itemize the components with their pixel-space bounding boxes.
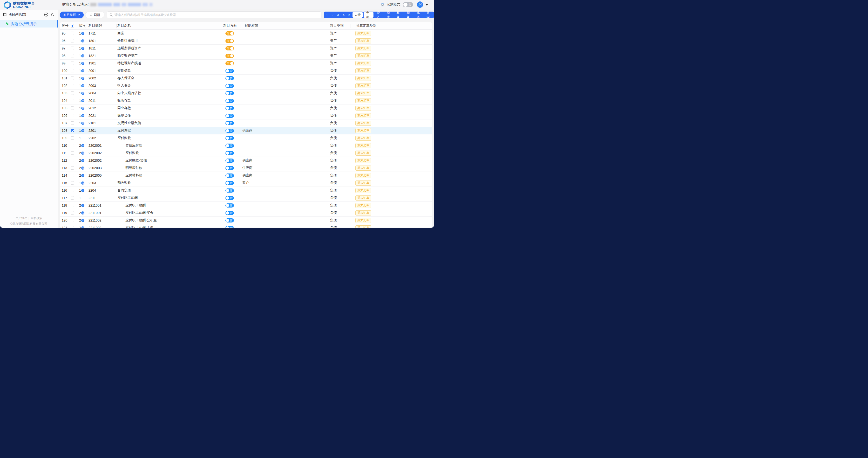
row-checkbox[interactable] [71,211,74,214]
table-row[interactable]: 1102末2202001暂估应付款贷负债期末汇率 [60,142,432,149]
rate-chip[interactable]: 期末汇率 [355,173,371,178]
rate-chip[interactable]: 期末汇率 [355,196,371,201]
table-row[interactable]: 1212末2211003应付职工薪酬-工资贷负债期末汇率 [60,224,432,228]
direction-toggle[interactable]: 借 [225,39,234,43]
rate-chip[interactable]: 期末汇率 [355,61,371,66]
row-checkbox[interactable] [71,77,74,80]
table-row[interactable]: 1021末2003拆入资金贷负债期末汇率 [60,82,432,89]
row-checkbox[interactable] [71,189,74,192]
direction-toggle[interactable]: 贷 [225,76,234,80]
sidebar-item-project[interactable]: 财咖分析云演示 [0,20,58,28]
rate-chip[interactable]: 期末汇率 [355,68,371,74]
row-checkbox[interactable] [71,114,74,117]
direction-toggle[interactable]: 贷 [225,99,234,103]
table-row[interactable]: 1182末2211001应付职工薪酬贷负债期末汇率 [60,202,432,209]
row-checkbox[interactable] [71,61,74,65]
row-checkbox[interactable] [71,159,74,162]
category-filter-option-权益[interactable]: 权益 [394,11,404,18]
organize-subjects-button[interactable]: 科目整理 [60,11,84,18]
row-checkbox[interactable] [71,181,74,184]
terms-link[interactable]: 用户协议 [16,217,27,220]
direction-toggle[interactable]: 贷 [225,211,234,215]
direction-toggle[interactable]: 贷 [225,136,234,140]
row-checkbox[interactable] [71,226,74,228]
direction-toggle[interactable]: 贷 [225,173,234,178]
direction-toggle[interactable]: 贷 [225,69,234,73]
search-input[interactable] [115,13,319,17]
table-row[interactable]: 1151末2203预收账款贷客户负债期末汇率 [60,179,432,187]
rate-chip[interactable]: 期末汇率 [355,98,371,103]
direction-toggle[interactable]: 贷 [225,181,234,185]
rate-chip[interactable]: 期末汇率 [355,128,371,133]
row-checkbox[interactable] [71,196,74,200]
row-checkbox[interactable] [71,99,74,102]
table-row[interactable]: 991末1901待处理财产损溢借资产期末汇率 [60,60,432,67]
rate-chip[interactable]: 期末汇率 [355,225,371,228]
table-row[interactable]: 1031末2004向中央银行借款贷负债期末汇率 [60,89,432,97]
row-checkbox[interactable] [71,54,74,57]
rate-chip[interactable]: 期末汇率 [355,53,371,58]
rate-chip[interactable]: 期末汇率 [355,158,371,163]
table-row[interactable]: 1132末2202003明细应付款贷供应商负债期末汇率 [60,164,432,172]
table-row[interactable]: 1051末2012同业存放贷负债期末汇率 [60,105,432,112]
direction-toggle[interactable]: 贷 [225,106,234,110]
category-filter-option-资产[interactable]: 资产 [374,11,384,18]
direction-toggle[interactable]: 贷 [225,203,234,207]
table-row[interactable]: 1161末2204合同负债贷负债期末汇率 [60,187,432,194]
refresh-button[interactable]: 刷新 [85,11,104,18]
table-row[interactable]: 1122末2202002应付账款-暂估贷供应商负债期末汇率 [60,157,432,164]
level-filter-option-2[interactable]: 2 [330,11,335,18]
rate-chip[interactable]: 期末汇率 [355,76,371,81]
table-row[interactable]: 981末1821独立账户资产借资产期末汇率 [60,52,432,60]
direction-toggle[interactable]: 借 [225,31,234,35]
table-row[interactable]: 1011末2002存入保证金贷负债期末汇率 [60,75,432,82]
category-filter-option-损益[interactable]: 损益 [404,11,414,18]
row-checkbox[interactable] [71,39,74,42]
table-row[interactable]: 951末1711商誉借资产期末汇率 [60,30,432,37]
level-filter-option-1[interactable]: 1 [324,11,330,18]
rate-chip[interactable]: 期末汇率 [355,180,371,185]
table-row[interactable]: 10912202应付账款贷负债期末汇率 [60,135,432,142]
rate-chip[interactable]: 期末汇率 [355,203,371,208]
direction-toggle[interactable]: 贷 [225,128,234,133]
row-checkbox[interactable] [71,174,74,177]
row-checkbox[interactable] [71,84,74,87]
category-filter-option-负债[interactable]: 负债 [384,11,394,18]
level-filter-option-末级[interactable]: 末级 [352,12,363,18]
direction-toggle[interactable]: 贷 [225,166,234,170]
table-row[interactable]: 1041末2011吸收存款贷负债期末汇率 [60,97,432,105]
direction-toggle[interactable]: 贷 [225,91,234,95]
add-project-button[interactable] [44,12,48,17]
implementation-mode-toggle[interactable]: 关 [403,2,413,7]
rate-chip[interactable]: 期末汇率 [355,91,371,96]
table-row[interactable]: 971末1811递延所得税资产借资产期末汇率 [60,45,432,52]
table-row[interactable]: 1192末2211001应付职工薪酬-奖金贷负债期末汇率 [60,209,432,217]
direction-toggle[interactable]: 贷 [225,114,234,118]
select-all-checkbox[interactable] [71,24,74,28]
category-filter-option-成本[interactable]: 成本 [414,11,424,18]
direction-toggle[interactable]: 贷 [225,159,234,163]
table-row[interactable]: 1071末2101交易性金融负债贷负债期末汇率 [60,119,432,127]
level-filter-option-4[interactable]: 4 [341,11,346,18]
direction-toggle[interactable]: 贷 [225,226,234,228]
direction-toggle[interactable]: 借 [225,46,234,51]
row-checkbox[interactable] [71,107,74,110]
direction-toggle[interactable]: 贷 [225,151,234,155]
direction-toggle[interactable]: 贷 [225,84,234,88]
rate-chip[interactable]: 期末汇率 [355,31,371,36]
row-checkbox[interactable] [71,204,74,207]
rate-chip[interactable]: 期末汇率 [355,136,371,141]
level-filter-option-5[interactable]: 5 [346,11,352,18]
table-row[interactable]: 1202末2211002应付职工薪酬-公积金贷负债期末汇率 [60,217,432,224]
direction-toggle[interactable]: 贷 [225,189,234,193]
rate-chip[interactable]: 期末汇率 [355,106,371,111]
direction-toggle[interactable]: 贷 [225,121,234,125]
category-filter-option-全部[interactable]: 全部 [364,12,373,18]
rate-chip[interactable]: 期末汇率 [355,188,371,193]
direction-toggle[interactable]: 贷 [225,196,234,200]
level-filter-option-3[interactable]: 3 [335,11,341,18]
direction-toggle[interactable]: 借 [225,61,234,65]
rate-chip[interactable]: 期末汇率 [355,218,371,223]
direction-toggle[interactable]: 贷 [225,144,234,148]
table-row[interactable]: 1112末2202002应付账款贷负债期末汇率 [60,149,432,157]
